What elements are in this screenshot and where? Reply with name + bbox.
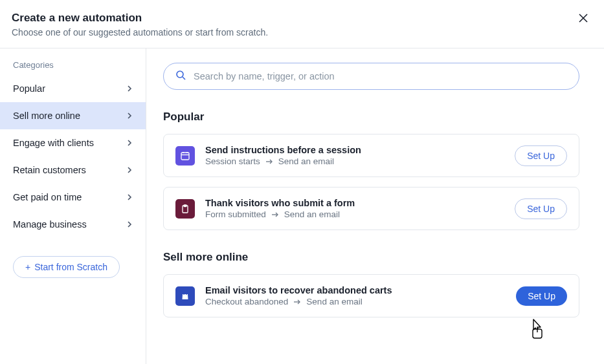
sidebar-item-popular[interactable]: Popular <box>0 75 146 102</box>
chevron-right-icon <box>126 138 133 148</box>
card-title: Email visitors to recover abandoned cart… <box>205 285 506 295</box>
section-title-sell-more: Sell more online <box>163 251 579 264</box>
setup-button[interactable]: Set Up <box>516 286 567 306</box>
automation-card: Thank visitors who submit a form Form su… <box>163 187 579 230</box>
sidebar-item-label: Sell more online <box>13 111 80 121</box>
arrow-right-icon <box>265 158 273 165</box>
clipboard-icon <box>175 199 195 219</box>
automation-card: Email visitors to recover abandoned cart… <box>163 274 579 317</box>
sidebar-item-label: Manage business <box>13 219 87 230</box>
sidebar-item-manage-business[interactable]: Manage business <box>0 211 146 238</box>
card-action: Send an email <box>278 156 334 166</box>
section-title-popular: Popular <box>163 111 579 123</box>
plus-icon: + <box>25 262 30 272</box>
sidebar-item-retain-customers[interactable]: Retain customers <box>0 156 146 184</box>
sidebar-item-engage-clients[interactable]: Engage with clients <box>0 129 146 156</box>
shopping-bag-icon <box>175 286 195 306</box>
sidebar-item-label: Popular <box>13 83 45 94</box>
sidebar-item-label: Engage with clients <box>13 138 94 148</box>
card-title: Thank visitors who submit a form <box>205 198 504 208</box>
svg-line-3 <box>183 77 185 80</box>
search-box[interactable] <box>163 63 579 90</box>
main-content: Popular Send instructions before a sessi… <box>146 48 604 364</box>
chevron-right-icon <box>126 111 133 121</box>
card-trigger: Checkout abandoned <box>205 297 288 306</box>
chevron-right-icon <box>126 83 133 94</box>
automation-card: Send instructions before a session Sessi… <box>163 134 579 177</box>
sidebar-item-get-paid[interactable]: Get paid on time <box>0 184 146 211</box>
card-action: Send an email <box>284 209 340 219</box>
categories-heading: Categories <box>0 60 146 75</box>
start-from-scratch-button[interactable]: + Start from Scratch <box>13 256 120 278</box>
search-input[interactable] <box>194 71 567 81</box>
close-icon <box>578 13 588 23</box>
sidebar: Categories Popular Sell more online Enga… <box>0 48 146 364</box>
search-icon <box>175 70 186 83</box>
sidebar-item-label: Retain customers <box>13 165 86 175</box>
card-trigger: Session starts <box>205 156 260 166</box>
chevron-right-icon <box>126 219 133 230</box>
svg-point-2 <box>177 71 183 78</box>
setup-button[interactable]: Set Up <box>515 198 567 219</box>
svg-rect-4 <box>181 153 189 160</box>
sidebar-item-sell-more-online[interactable]: Sell more online <box>0 102 146 129</box>
card-trigger: Form submitted <box>205 209 266 219</box>
start-scratch-label: Start from Scratch <box>34 262 107 272</box>
close-button[interactable] <box>577 12 590 25</box>
arrow-right-icon <box>293 299 301 305</box>
card-title: Send instructions before a session <box>205 145 504 155</box>
page-title: Create a new automation <box>12 12 590 25</box>
chevron-right-icon <box>126 192 133 202</box>
sidebar-item-label: Get paid on time <box>13 192 82 202</box>
card-action: Send an email <box>306 297 362 306</box>
page-subtitle: Choose one of our suggested automations … <box>12 27 590 37</box>
chevron-right-icon <box>126 165 133 175</box>
calendar-icon <box>175 146 195 166</box>
setup-button[interactable]: Set Up <box>515 145 567 166</box>
arrow-right-icon <box>271 211 279 218</box>
svg-rect-10 <box>184 205 186 207</box>
